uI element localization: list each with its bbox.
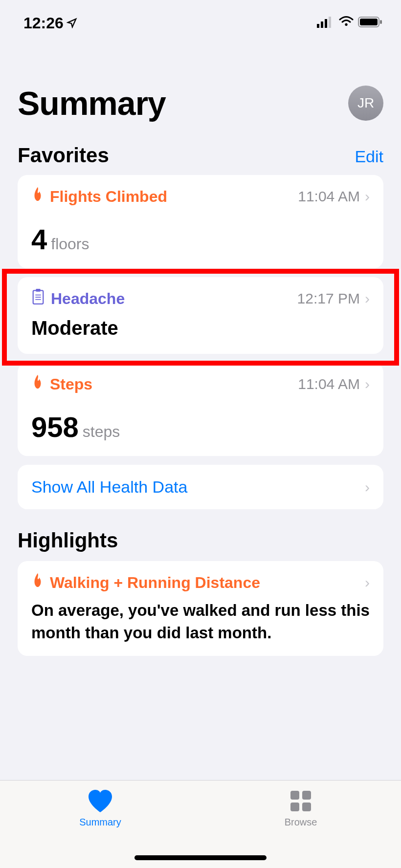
card-value-number: 4 [31,223,47,256]
svg-rect-0 [317,24,319,28]
tab-label: Summary [79,817,121,828]
heart-icon [87,787,114,815]
flame-icon [31,573,44,592]
tab-bar: Summary Browse [0,780,401,868]
card-flights-climbed[interactable]: Flights Climbed 11:04 AM › 4 floors [18,175,383,268]
highlight-text: On average, you've walked and run less t… [31,599,370,644]
highlights-title: Highlights [0,529,401,561]
wifi-icon [338,16,354,30]
svg-rect-3 [329,17,331,28]
grid-icon [290,787,312,815]
status-bar: 12:26 [0,0,401,40]
favorites-title: Favorites [18,144,109,167]
flame-icon [31,187,44,206]
card-label-text: Flights Climbed [50,188,167,206]
location-icon [67,14,77,32]
tab-label: Browse [285,817,317,828]
chevron-right-icon: › [365,290,370,307]
card-value-unit: steps [83,423,120,441]
svg-rect-2 [325,19,327,28]
svg-rect-8 [36,289,40,292]
chevron-right-icon: › [365,574,370,591]
tab-browse[interactable]: Browse [252,787,350,828]
page-title: Summary [18,84,166,122]
card-headache[interactable]: Headache 12:17 PM › Moderate [18,277,383,354]
home-indicator[interactable] [134,855,267,860]
cellular-icon [317,16,334,30]
favorites-cards: Flights Climbed 11:04 AM › 4 floors [0,175,401,509]
favorites-header: Favorites Edit [0,132,401,175]
header: Summary JR [0,40,401,132]
svg-rect-15 [302,803,311,811]
svg-rect-14 [290,803,299,811]
show-all-health-data[interactable]: Show All Health Data › [18,465,383,509]
svg-rect-5 [360,19,378,25]
card-time-text: 11:04 AM [298,188,360,205]
svg-rect-12 [290,791,299,800]
card-value-unit: floors [51,235,89,253]
card-steps[interactable]: Steps 11:04 AM › 958 steps [18,363,383,456]
edit-button[interactable]: Edit [355,147,383,166]
chevron-right-icon: › [365,188,370,205]
card-value-number: 958 [31,411,79,443]
svg-rect-1 [321,22,323,28]
card-label-text: Headache [51,290,125,308]
card-value-text: Moderate [31,317,370,339]
svg-rect-13 [302,791,311,800]
avatar[interactable]: JR [348,86,383,121]
card-time-text: 12:17 PM [297,290,360,307]
highlight-label: Walking + Running Distance [50,574,260,592]
tab-summary[interactable]: Summary [51,787,149,828]
time-text: 12:26 [23,14,64,32]
card-time-text: 11:04 AM [298,376,360,392]
battery-icon [358,16,383,30]
card-label-text: Steps [50,375,92,393]
clipboard-icon [31,289,45,308]
highlights-section: Highlights Walking + Running Distance › … [0,529,401,656]
avatar-initials: JR [357,95,374,111]
flame-icon [31,374,44,394]
status-time: 12:26 [23,14,77,32]
show-all-text: Show All Health Data [31,477,187,497]
status-icons [317,16,383,30]
chevron-right-icon: › [365,479,370,496]
chevron-right-icon: › [365,376,370,392]
highlight-card[interactable]: Walking + Running Distance › On average,… [18,561,383,656]
svg-rect-6 [380,20,382,24]
